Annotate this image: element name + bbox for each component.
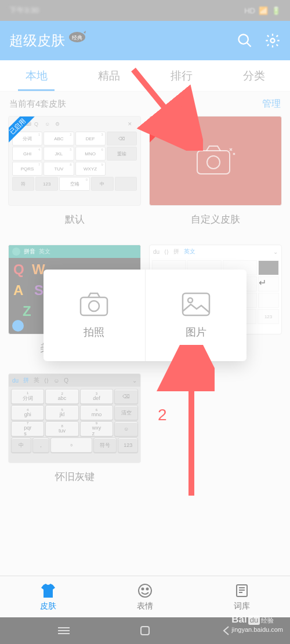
svg-line-3 [247,43,251,47]
nav-item-dictionary[interactable]: 词库 [193,576,290,617]
modal-gallery-label: 图片 [186,325,206,339]
book-icon [234,583,250,599]
svg-rect-23 [141,627,149,635]
svg-rect-5 [197,151,230,174]
skin-count-text: 当前有4套皮肤 [9,99,66,110]
modal-camera-label: 拍照 [84,325,104,339]
svg-point-15 [147,588,148,590]
nav-item-skin[interactable]: 皮肤 [0,576,97,617]
smile-icon [137,583,153,599]
skin-label: 自定义皮肤 [149,206,282,237]
modal-option-gallery[interactable]: 图片 [146,270,247,361]
shirt-icon [40,583,56,599]
status-indicators: HD📶🔋 [244,6,281,15]
keyboard-preview-toolbar: du⟨⟩拼英文⌄ [150,245,281,258]
image-icon [181,292,211,317]
camera-icon [193,143,239,180]
svg-point-4 [271,39,275,43]
system-home-button[interactable] [137,623,153,638]
skin-label: 怀旧灰键 [8,463,141,494]
skin-card-custom[interactable]: 新 自定义皮肤 [149,116,282,237]
svg-point-10 [188,298,193,303]
annotation-label-1: 1 [180,93,189,111]
search-icon[interactable] [237,32,253,49]
camera-icon [79,292,109,317]
skin-card-gray[interactable]: du拼英⟨⟩☺Q⌄ 1分词2abc3def⌫ 4ghi5jkl6mno清空 7p… [8,373,141,494]
skin-label: 默认 [8,206,141,237]
new-badge: 新 [149,116,176,144]
app-header: 超级皮肤 经典 [0,21,290,60]
status-bar: 下午3:30 HD📶🔋 [0,0,290,21]
tab-bar: 本地 精品 排行 分类 [0,60,290,92]
svg-point-2 [239,35,248,44]
header-badge-icon: 经典 [68,29,89,43]
keyboard-preview-toolbar: du拼英⟨⟩☺Q⌄ [9,374,140,387]
modal-option-camera[interactable]: 拍照 [44,270,146,361]
image-source-modal: 拍照 图片 [44,270,246,361]
skin-card-default[interactable]: 已启用 du⌨Q☺⚙✕ 分词1ABC2DEF3⌫ GHI4JKL5MNO6重输 … [8,116,141,237]
keyboard-preview: du⌨Q☺⚙✕ 分词1ABC2DEF3⌫ GHI4JKL5MNO6重输 PQRS… [9,117,140,194]
svg-point-13 [139,584,151,597]
manage-link[interactable]: 管理 [262,98,281,110]
keyboard-preview-body: 1分词2abc3def⌫ 4ghi5jkl6mno清空 7pqrs8tuv9wx… [9,387,140,456]
svg-rect-7 [81,297,107,315]
tab-local[interactable]: 本地 [0,60,72,91]
tab-ranking[interactable]: 排行 [145,60,217,91]
status-time: 下午3:30 [9,5,39,16]
svg-text:经典: 经典 [72,35,82,41]
tab-category[interactable]: 分类 [217,60,290,91]
svg-point-6 [207,156,220,169]
system-recent-button[interactable] [56,623,71,638]
bottom-nav: 皮肤 表情 词库 [0,576,290,617]
watermark: Baidu经验 jingyan.baidu.com [231,614,283,634]
svg-point-14 [142,588,144,590]
svg-point-8 [89,301,99,311]
annotation-label-2: 2 [158,406,167,424]
header-title: 超级皮肤 [9,31,65,50]
skin-count-bar: 当前有4套皮肤 管理 [0,92,290,116]
tab-featured[interactable]: 精品 [72,60,145,91]
settings-icon[interactable] [264,32,281,49]
keyboard-preview-toolbar: 拼音英文 [9,245,140,258]
svg-rect-9 [183,293,209,315]
nav-item-emoji[interactable]: 表情 [97,576,194,617]
